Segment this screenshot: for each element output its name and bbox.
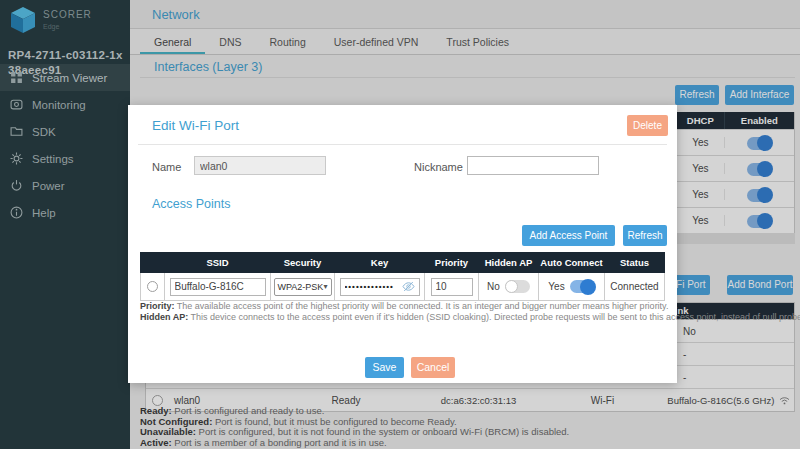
nickname-label: Nickname: [414, 161, 463, 173]
section-title-access-points: Access Points: [152, 197, 231, 211]
priority-input[interactable]: [431, 278, 473, 296]
access-point-select-radio[interactable]: [147, 281, 158, 292]
access-point-row: WPA2-PSK ▾ ••••••••••••• No: [141, 273, 665, 301]
column-header-key: Key: [335, 253, 425, 273]
masked-key: •••••••••••••: [345, 282, 394, 291]
column-header-hidden-ap: Hidden AP: [479, 253, 539, 273]
delete-button[interactable]: Delete: [627, 115, 668, 136]
chevron-down-icon: ▾: [323, 282, 327, 291]
auto-connect-value: Yes: [548, 281, 564, 292]
column-header-security: Security: [271, 253, 335, 273]
column-header-ssid: SSID: [165, 253, 271, 273]
access-points-table-header: SSID Security Key Priority Hidden AP Aut…: [141, 253, 665, 273]
access-points-table: SSID Security Key Priority Hidden AP Aut…: [140, 252, 665, 301]
column-header-status: Status: [605, 253, 665, 273]
nickname-field[interactable]: [467, 156, 599, 175]
column-header-auto-connect: Auto Connect: [539, 253, 605, 273]
note-hidden-ap: Hidden AP: This device connects to the a…: [140, 312, 800, 323]
eye-slash-icon[interactable]: [402, 281, 415, 292]
help-notes: Priority: The available access point of …: [140, 301, 800, 323]
divider: [138, 144, 667, 145]
security-value: WPA2-PSK: [278, 282, 324, 292]
column-header-select: [141, 253, 165, 273]
modal-title: Edit Wi-Fi Port: [152, 118, 239, 133]
hidden-ap-value: No: [487, 281, 500, 292]
security-select[interactable]: WPA2-PSK ▾: [274, 278, 332, 296]
name-field[interactable]: [194, 156, 326, 175]
column-header-priority: Priority: [425, 253, 479, 273]
auto-connect-toggle[interactable]: [570, 280, 595, 293]
note-priority: Priority: The available access point of …: [140, 301, 800, 312]
hidden-ap-toggle[interactable]: [505, 280, 530, 293]
edit-wifi-port-modal: Edit Wi-Fi Port Delete Name Nickname Acc…: [128, 105, 677, 383]
modal-refresh-button[interactable]: Refresh: [623, 225, 667, 246]
save-button[interactable]: Save: [365, 357, 404, 378]
ssid-input[interactable]: [170, 278, 266, 296]
add-access-point-button[interactable]: Add Access Point: [522, 225, 615, 246]
name-label: Name: [152, 161, 181, 173]
cancel-button[interactable]: Cancel: [411, 357, 455, 378]
key-input[interactable]: •••••••••••••: [340, 278, 420, 296]
status-value: Connected: [605, 273, 665, 301]
screen: SCORER Edge RP4-2711-c03112-1x 38aeec91 …: [0, 0, 800, 449]
